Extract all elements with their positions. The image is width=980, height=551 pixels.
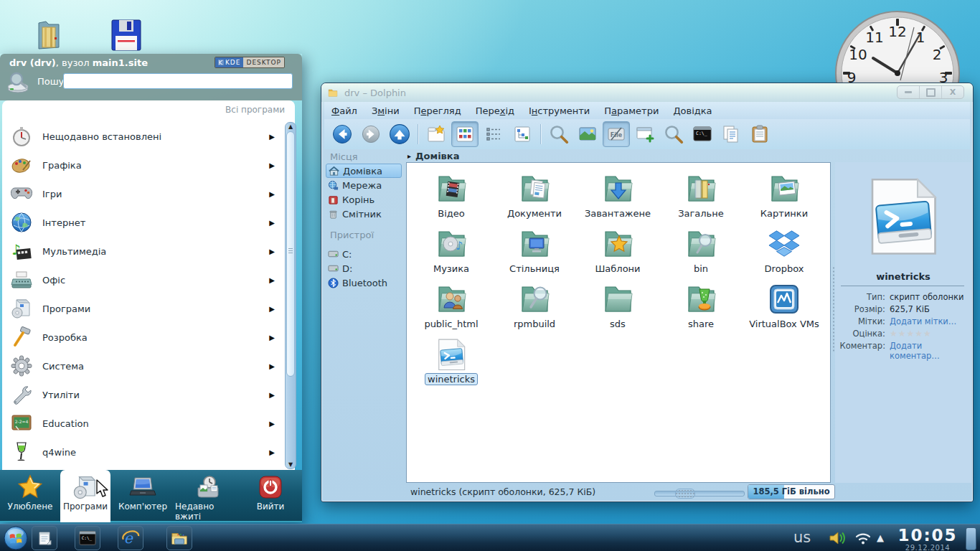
split-view-button[interactable] xyxy=(631,121,659,147)
favorites-star-icon xyxy=(17,474,44,500)
forward-button[interactable] xyxy=(357,121,385,147)
menu-settings[interactable]: Параметри xyxy=(597,104,666,118)
tray-expand-icon[interactable]: ▲ xyxy=(877,532,884,543)
file-item[interactable]: rpmbuild xyxy=(493,281,576,336)
quicklaunch-files[interactable] xyxy=(166,526,192,550)
file-names-toggle-button[interactable]: File xyxy=(603,121,630,147)
desktop-icon-floppy[interactable] xyxy=(109,19,143,52)
keyboard-layout-indicator[interactable]: us xyxy=(793,530,811,545)
file-item[interactable]: VirtualBox VMs xyxy=(743,281,826,336)
device-c-drive[interactable]: C: xyxy=(326,247,402,261)
menu-item-recently-installed[interactable]: Нещодавно встановлені ▶ xyxy=(2,122,283,151)
tab-computer[interactable]: Комп'ютер xyxy=(112,470,174,522)
file-item[interactable]: public_html xyxy=(410,281,493,336)
start-button[interactable] xyxy=(3,525,29,551)
search-button[interactable] xyxy=(660,121,687,147)
file-item[interactable]: Dropbox xyxy=(743,225,826,281)
rating-stars[interactable]: ★★★★★ xyxy=(890,329,967,339)
place-network[interactable]: Мережа xyxy=(326,178,402,192)
file-item[interactable]: Завантажене xyxy=(576,170,659,225)
paste-button[interactable] xyxy=(746,121,773,147)
menu-help[interactable]: Довідка xyxy=(666,104,719,118)
minimize-button[interactable] xyxy=(897,86,920,98)
menu-item-utilities[interactable]: Утиліти ▶ xyxy=(2,380,283,409)
file-item[interactable]: Шаблони xyxy=(576,225,659,281)
place-trash[interactable]: Смітник xyxy=(326,207,402,221)
tab-favorites[interactable]: Улюблене xyxy=(1,470,59,522)
file-item[interactable]: sds xyxy=(576,281,659,336)
file-item[interactable]: bin xyxy=(659,225,743,281)
back-button[interactable] xyxy=(329,121,356,147)
desktop-icon-folder[interactable] xyxy=(34,19,63,52)
quicklaunch-browser[interactable]: e xyxy=(118,526,143,550)
breadcrumb[interactable]: ▸ Домівка xyxy=(407,151,459,161)
menu-file[interactable]: Файл xyxy=(324,104,364,118)
menu-item-programs[interactable]: Програми ▶ xyxy=(2,294,283,323)
scroll-up-icon[interactable]: ▲ xyxy=(286,123,296,130)
breadcrumb-home[interactable]: Домівка xyxy=(415,151,459,161)
place-home[interactable]: Домівка xyxy=(326,164,402,178)
zoom-slider[interactable] xyxy=(654,491,745,496)
menu-item-internet[interactable]: Інтернет ▶ xyxy=(2,208,283,237)
image-preview-button[interactable] xyxy=(574,121,601,147)
tab-leave[interactable]: Вийти xyxy=(244,470,297,522)
search-input[interactable] xyxy=(63,73,293,89)
menu-item-system[interactable]: Система ▶ xyxy=(2,352,283,380)
tree-view-button[interactable] xyxy=(509,121,536,147)
file-item[interactable]: share xyxy=(659,281,743,336)
menu-item-games[interactable]: Ігри ▶ xyxy=(2,179,283,208)
file-item[interactable]: Документи xyxy=(493,170,576,225)
up-button[interactable] xyxy=(386,121,413,147)
device-bluetooth[interactable]: Bluetooth xyxy=(326,276,402,290)
tab-recently-used[interactable]: Недавно вжиті xyxy=(175,470,241,522)
file-item[interactable]: Стільниця xyxy=(493,225,576,281)
icons-view-button[interactable] xyxy=(451,121,479,147)
menu-item-multimedia[interactable]: ♪ Мультимедіа ▶ xyxy=(2,237,283,265)
menu-go[interactable]: Перехід xyxy=(468,104,522,118)
quicklaunch-notepad[interactable] xyxy=(32,526,57,550)
scrollbar[interactable]: ▲ ▼ xyxy=(285,122,296,469)
split-view-icon xyxy=(635,124,655,144)
device-d-drive[interactable]: D: xyxy=(326,261,402,276)
details-view-button[interactable] xyxy=(480,121,507,147)
status-text: winetricks (скрипт оболонки, 625,7 КіБ) xyxy=(410,486,595,497)
programs-box-icon xyxy=(9,296,34,321)
terminal-button[interactable]: C:\_ xyxy=(689,121,716,147)
add-tags-link[interactable]: Додати мітки… xyxy=(890,316,967,326)
menu-tools[interactable]: Інструменти xyxy=(522,104,597,118)
file-item[interactable]: ♪ Музика xyxy=(410,225,493,281)
file-item-selected[interactable]: winetricks xyxy=(410,336,493,391)
wifi-icon[interactable] xyxy=(854,530,872,549)
volume-icon[interactable] xyxy=(829,530,847,549)
terminal-icon: C:\_ xyxy=(78,529,97,547)
menu-item-office[interactable]: Офіс ▶ xyxy=(2,265,283,294)
scrollbar-thumb[interactable] xyxy=(286,131,295,377)
zoom-slider-thumb[interactable] xyxy=(675,489,695,499)
new-folder-button[interactable] xyxy=(423,121,450,147)
menu-item-education[interactable]: 2-2=4 Education ▶ xyxy=(2,409,283,438)
close-button[interactable]: X xyxy=(942,86,963,98)
maximize-button[interactable] xyxy=(920,86,942,98)
copy-button[interactable] xyxy=(717,121,745,147)
scroll-down-icon[interactable]: ▼ xyxy=(286,461,296,468)
file-item[interactable]: Відео xyxy=(410,170,493,225)
preview-button[interactable] xyxy=(545,121,573,147)
menu-view[interactable]: Перегляд xyxy=(407,104,468,118)
menu-item-q4wine[interactable]: q4wine ▶ xyxy=(2,438,283,466)
show-desktop-button[interactable] xyxy=(966,527,976,550)
taskbar: C:\_ e us xyxy=(0,524,980,551)
quicklaunch-terminal[interactable]: C:\_ xyxy=(75,526,100,550)
info-label-tags: Мітки: xyxy=(835,316,890,326)
digital-clock[interactable]: 10:05 29.12.2014 xyxy=(893,527,962,551)
magnifier-icon xyxy=(548,123,570,145)
bluetooth-icon xyxy=(328,278,339,288)
menu-item-development[interactable]: Розробка ▶ xyxy=(2,323,283,352)
file-item[interactable]: Картинки xyxy=(743,170,826,225)
menu-edit[interactable]: Зміни xyxy=(364,104,407,118)
title-bar[interactable]: drv – Dolphin X xyxy=(321,83,973,102)
forward-icon xyxy=(362,125,380,143)
add-comment-link[interactable]: Додати коментар… xyxy=(890,341,967,361)
place-root[interactable]: Корінь xyxy=(326,192,402,207)
menu-item-graphics[interactable]: Графіка ▶ xyxy=(2,151,283,179)
file-item[interactable]: Загальне xyxy=(659,170,743,225)
